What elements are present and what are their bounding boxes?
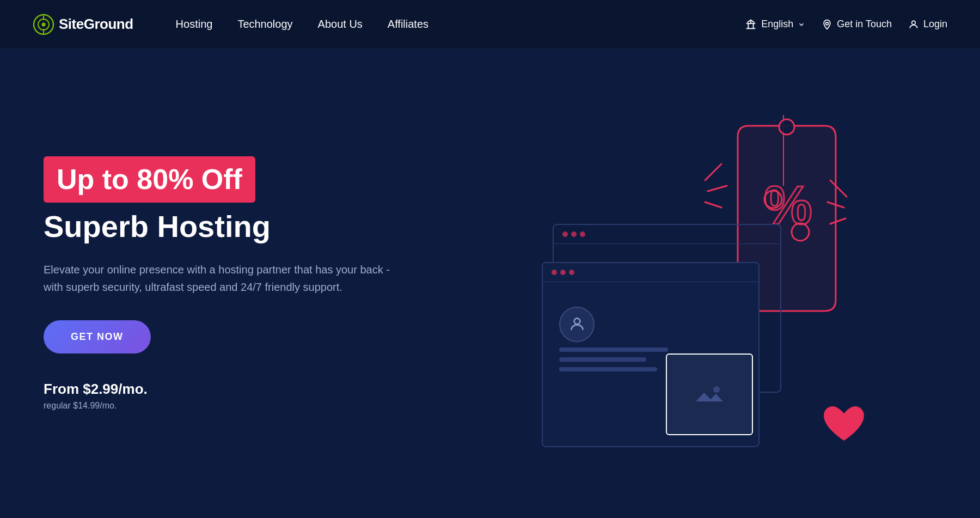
browser-dots-back	[554, 225, 780, 244]
language-selector[interactable]: English	[745, 19, 805, 31]
nav-technology[interactable]: Technology	[228, 13, 302, 36]
navbar: SiteGround Hosting Technology About Us A…	[0, 0, 980, 49]
nav-right: English Get in Touch Login	[745, 19, 947, 31]
svg-point-2	[42, 22, 46, 26]
hero-headline: Superb Hosting	[44, 209, 452, 244]
dot-f3	[569, 270, 574, 275]
line-1	[559, 348, 668, 352]
browser-window-front	[542, 262, 759, 447]
svg-point-7	[779, 119, 794, 135]
nav-hosting[interactable]: Hosting	[166, 13, 223, 36]
svg-point-17	[574, 318, 580, 324]
hero-description: Elevate your online presence with a host…	[44, 261, 403, 296]
login-link[interactable]: Login	[908, 19, 947, 30]
language-label: English	[761, 19, 793, 30]
line-2	[559, 357, 646, 362]
hero-content: Up to 80% Off Superb Hosting Elevate you…	[44, 156, 452, 411]
logo[interactable]: SiteGround	[33, 14, 133, 35]
dot-3	[580, 231, 585, 237]
user-icon	[908, 19, 919, 30]
heart-icon	[819, 404, 868, 447]
dot-2	[571, 231, 577, 237]
cta-button[interactable]: GET NOW	[44, 320, 151, 354]
dot-f1	[552, 270, 557, 275]
avatar-circle	[559, 307, 595, 342]
image-icon	[693, 381, 726, 408]
logo-icon	[33, 14, 54, 35]
dot-1	[562, 231, 568, 237]
illustration-wrapper: %	[542, 115, 857, 453]
svg-line-11	[705, 164, 721, 180]
nav-about[interactable]: About Us	[308, 13, 372, 36]
badge-text: Up to 80% Off	[57, 163, 242, 195]
svg-point-6	[912, 21, 916, 25]
brand-name: SiteGround	[59, 16, 133, 33]
nav-links: Hosting Technology About Us Affiliates	[166, 13, 745, 36]
hero-illustration: %	[452, 93, 947, 474]
chevron-down-icon	[798, 21, 805, 28]
svg-point-5	[826, 22, 829, 25]
hero-section: Up to 80% Off Superb Hosting Elevate you…	[0, 49, 980, 518]
svg-line-13	[705, 202, 721, 208]
login-label: Login	[923, 19, 947, 30]
image-thumbnail	[666, 354, 753, 435]
dot-f2	[560, 270, 566, 275]
svg-line-16	[830, 218, 846, 224]
language-icon	[745, 19, 757, 31]
svg-line-15	[828, 202, 844, 208]
price-regular: regular $14.99/mo.	[44, 401, 452, 411]
nav-affiliates[interactable]: Affiliates	[378, 13, 438, 36]
line-3	[559, 367, 657, 371]
svg-line-12	[708, 186, 727, 191]
price-main: From $2.99/mo.	[44, 381, 452, 398]
svg-point-18	[713, 386, 720, 393]
contact-label: Get in Touch	[837, 19, 892, 30]
shine-rays-right	[825, 169, 868, 257]
location-icon	[822, 19, 832, 30]
pricing-section: From $2.99/mo. regular $14.99/mo.	[44, 381, 452, 411]
content-lines	[559, 348, 668, 371]
discount-badge: Up to 80% Off	[44, 156, 255, 203]
contact-link[interactable]: Get in Touch	[822, 19, 892, 30]
svg-line-14	[830, 180, 847, 197]
user-avatar-icon	[568, 315, 586, 333]
browser-dots-front	[543, 263, 758, 282]
